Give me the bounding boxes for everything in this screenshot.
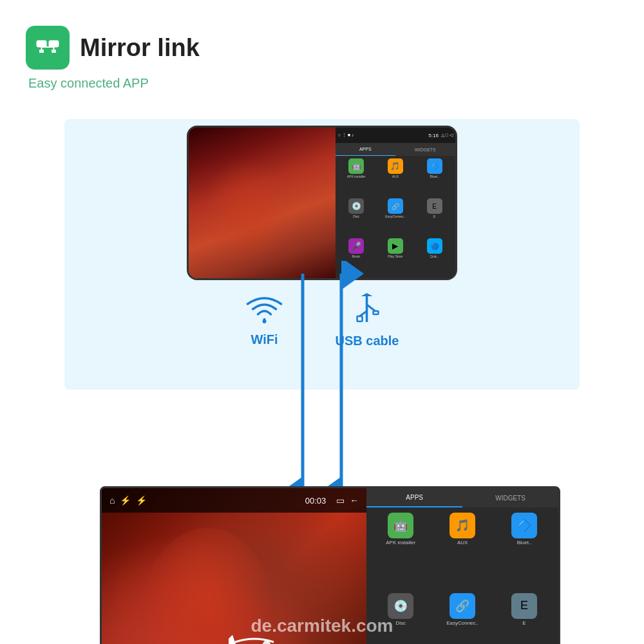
header-section: Mirror link Easy connected APP	[26, 26, 200, 91]
app-icon-disc: 💿	[348, 198, 364, 214]
svg-rect-16	[374, 311, 379, 314]
svg-rect-18	[357, 316, 363, 321]
app-icon-aux: 🎵	[388, 158, 403, 174]
phone-tab-apps: APPS	[336, 143, 395, 156]
app-icon-quic: 🔵	[427, 238, 442, 254]
phone-screen-apps: ○ ⋮ ■ ♪ 5:16 △ □ ◁ APPS WIDGETS 🤖 APK in…	[336, 128, 455, 278]
car-apps-panel: APPS WIDGETS 🤖 APK installer 🎵 AUX 🔷 Blu…	[366, 488, 558, 644]
list-item: 🔗 EasyConnec..	[433, 593, 491, 644]
watermark: de.carmitek.com	[251, 616, 393, 636]
svg-point-20	[261, 640, 272, 644]
list-item: 🔵 Quic..	[416, 238, 453, 276]
svg-marker-14	[361, 293, 373, 296]
car-tab-widgets: WIDGETS	[462, 488, 558, 507]
app-icon-play: ▶	[388, 238, 403, 254]
connection-icons: WiFi USB cable	[245, 293, 399, 348]
app-icon-e: E	[427, 198, 442, 214]
wifi-label: WiFi	[251, 332, 278, 347]
phone-tabs: APPS WIDGETS	[336, 143, 455, 156]
svg-rect-1	[49, 41, 59, 47]
car-usb-icon: ⚡	[120, 495, 131, 506]
svg-rect-3	[52, 50, 56, 53]
list-item: 🎵 AUX	[377, 158, 413, 196]
car-tabs: APPS WIDGETS	[366, 488, 558, 507]
usb-connection: USB cable	[336, 293, 399, 348]
phone-video-content	[189, 128, 336, 278]
car-time: 00:03	[305, 496, 327, 506]
car-back-icon: ←	[350, 495, 359, 506]
usb-icon	[351, 293, 383, 328]
car-status-bar: ⌂ ⚡ ⚡ 00:03 ▭ ←	[102, 488, 366, 513]
car-apps-grid: 🤖 APK installer 🎵 AUX 🔷 Bluet.. 💿 Disc 🔗	[366, 507, 558, 644]
phone-device: ○ ⋮ ■ ♪ 5:16 △ □ ◁ APPS WIDGETS 🤖 APK in…	[187, 126, 457, 280]
wifi-icon	[245, 295, 284, 327]
car-home-icon: ⌂	[109, 495, 115, 506]
phone-tab-widgets: WIDGETS	[395, 143, 455, 156]
list-item: 💿 Disc	[338, 198, 375, 236]
car-app-icon-disc: 💿	[388, 593, 413, 619]
svg-rect-0	[37, 41, 46, 47]
mirror-link-icon	[26, 26, 70, 70]
car-app-icon-aux: 🎵	[450, 513, 475, 538]
app-icon-apk: 🤖	[348, 158, 364, 174]
diagram-area: ○ ⋮ ■ ♪ 5:16 △ □ ◁ APPS WIDGETS 🤖 APK in…	[0, 119, 644, 644]
car-tab-apps: APPS	[366, 488, 462, 507]
car-usb2-icon: ⚡	[136, 495, 147, 506]
list-item: E E	[495, 593, 553, 644]
svg-point-12	[263, 319, 267, 323]
phone-screen-video	[189, 128, 336, 278]
svg-line-15	[367, 305, 375, 311]
list-item: E E	[416, 198, 453, 236]
list-item: 🔷 Bluet..	[495, 513, 553, 589]
phone-status-bar: ○ ⋮ ■ ♪ 5:16 △ □ ◁	[336, 128, 455, 143]
list-item: 🔗 EasyConnec..	[377, 198, 413, 236]
mirror-link-title: Mirror link	[80, 34, 200, 62]
car-window-icon: ▭	[336, 495, 345, 506]
app-icon-easy: 🔗	[388, 198, 403, 214]
app-icon-music: 🎤	[348, 238, 364, 254]
list-item: ▶ Play Store	[377, 238, 413, 276]
car-app-icon-e: E	[511, 593, 537, 619]
svg-rect-2	[39, 50, 44, 53]
car-app-icon-bt: 🔷	[511, 513, 537, 538]
car-app-icon-apk: 🤖	[388, 513, 413, 538]
mirror-link-row: Mirror link	[26, 26, 200, 70]
list-item: 🔷 Bluet..	[416, 158, 453, 196]
list-item: 🎤 Music	[338, 238, 375, 276]
app-icon-bt: 🔷	[427, 158, 442, 174]
list-item: 🎵 AUX	[433, 513, 491, 589]
car-app-icon-easy: 🔗	[450, 593, 475, 619]
list-item: 🤖 APK installer	[372, 513, 430, 589]
usb-label: USB cable	[336, 334, 399, 348]
wifi-connection: WiFi	[245, 295, 284, 347]
list-item: 🤖 APK installer	[338, 158, 375, 196]
phone-apps-grid: 🤖 APK installer 🎵 AUX 🔷 Bluet.. 💿 Disc 🔗	[336, 156, 455, 278]
easy-connected-label: Easy connected APP	[28, 76, 200, 91]
